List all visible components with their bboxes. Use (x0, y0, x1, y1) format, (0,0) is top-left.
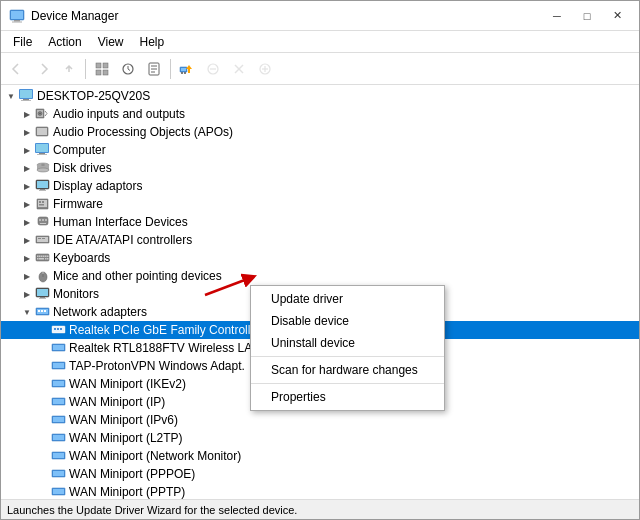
svg-rect-26 (23, 99, 29, 100)
tree-realtek-pcie-label: Realtek PCIe GbE Family Controll (69, 323, 250, 337)
tree-computer-label: Computer (53, 143, 106, 157)
menu-action[interactable]: Action (40, 31, 89, 52)
tree-network-label: Network adapters (53, 305, 147, 319)
context-menu-scan-hardware[interactable]: Scan for hardware changes (251, 359, 444, 381)
context-menu-uninstall-device[interactable]: Uninstall device (251, 332, 444, 354)
wan-l2tp-icon (51, 430, 67, 446)
hid-icon (35, 214, 51, 230)
tree-wan-ip-label: WAN Miniport (IP) (69, 395, 165, 409)
svg-line-33 (45, 114, 47, 117)
tree-computer-toggle[interactable]: ▶ (19, 142, 35, 158)
svg-rect-27 (21, 100, 31, 101)
context-menu-update-driver[interactable]: Update driver (251, 288, 444, 310)
svg-line-32 (45, 111, 47, 114)
tree-root-label: DESKTOP-25QV20S (37, 89, 150, 103)
tree-item-firmware[interactable]: ▶ Firmware (1, 195, 639, 213)
svg-rect-37 (36, 144, 48, 152)
svg-rect-79 (39, 298, 46, 299)
svg-rect-39 (37, 154, 47, 155)
toolbar-up-button[interactable] (57, 57, 81, 81)
menu-file[interactable]: File (5, 31, 40, 52)
display-icon (35, 178, 51, 194)
tree-item-display[interactable]: ▶ Display adaptors (1, 177, 639, 195)
wan-monitor-icon (51, 448, 67, 464)
svg-rect-95 (53, 381, 64, 386)
svg-point-55 (42, 219, 44, 221)
context-menu-disable-device[interactable]: Disable device (251, 310, 444, 332)
tree-root-toggle[interactable]: ▼ (3, 88, 19, 104)
svg-rect-63 (37, 256, 39, 258)
tree-audio-label: Audio inputs and outputs (53, 107, 185, 121)
tree-item-wan-pptp[interactable]: ▶ WAN Miniport (PPTP) (1, 483, 639, 499)
svg-rect-70 (39, 258, 44, 260)
tree-item-keyboards[interactable]: ▶ Keyboar (1, 249, 639, 267)
tree-item-wan-l2tp[interactable]: ▶ WAN Miniport (L2TP) (1, 429, 639, 447)
tree-keyboards-toggle[interactable]: ▶ (19, 250, 35, 266)
tree-item-ide[interactable]: ▶ IDE ATA/ATAPI controllers (1, 231, 639, 249)
tree-item-audio[interactable]: ▶ Audio inputs and outputs (1, 105, 639, 123)
tree-apo-toggle[interactable]: ▶ (19, 124, 35, 140)
realtek-pcie-icon (51, 322, 67, 338)
svg-rect-72 (47, 258, 49, 260)
toolbar-back-button[interactable] (5, 57, 29, 81)
tree-root[interactable]: ▼ DESKTOP-25QV20S (1, 87, 639, 105)
tree-monitors-toggle[interactable]: ▶ (19, 286, 35, 302)
tree-ide-label: IDE ATA/ATAPI controllers (53, 233, 192, 247)
svg-rect-4 (96, 63, 101, 68)
title-bar-controls: ─ □ ✕ (543, 6, 631, 26)
close-button[interactable]: ✕ (603, 6, 631, 26)
toolbar-disable-button[interactable] (201, 57, 225, 81)
tree-item-mice[interactable]: ▶ Mice and other pointing devices (1, 267, 639, 285)
tree-item-wan-ipv6[interactable]: ▶ WAN Miniport (IPv6) (1, 411, 639, 429)
tree-firmware-toggle[interactable]: ▶ (19, 196, 35, 212)
tree-audio-toggle[interactable]: ▶ (19, 106, 35, 122)
tree-item-disk[interactable]: ▶ Disk drives (1, 159, 639, 177)
monitors-icon (35, 286, 51, 302)
menu-help[interactable]: Help (132, 31, 173, 52)
svg-rect-88 (57, 328, 59, 330)
svg-rect-68 (47, 256, 49, 258)
tree-disk-toggle[interactable]: ▶ (19, 160, 35, 176)
svg-rect-105 (53, 471, 64, 476)
tree-disk-label: Disk drives (53, 161, 112, 175)
tree-item-wan-monitor[interactable]: ▶ WAN Miniport (Network Monitor) (1, 447, 639, 465)
wan-pppoe-icon (51, 466, 67, 482)
tree-item-hid[interactable]: ▶ Human Interface Devices (1, 213, 639, 231)
tree-display-toggle[interactable]: ▶ (19, 178, 35, 194)
svg-rect-14 (181, 68, 186, 71)
network-icon (35, 304, 51, 320)
computer-device-icon (35, 142, 51, 158)
svg-rect-62 (36, 254, 49, 261)
context-menu-properties[interactable]: Properties (251, 386, 444, 408)
toolbar-update-driver-button[interactable] (175, 57, 199, 81)
tree-display-label: Display adaptors (53, 179, 142, 193)
tree-mice-toggle[interactable]: ▶ (19, 268, 35, 284)
toolbar-properties-button[interactable] (142, 57, 166, 81)
svg-rect-50 (39, 201, 41, 203)
maximize-button[interactable]: □ (573, 6, 601, 26)
tree-hid-toggle[interactable]: ▶ (19, 214, 35, 230)
tree-wan-l2tp-label: WAN Miniport (L2TP) (69, 431, 183, 445)
svg-point-42 (37, 168, 49, 172)
svg-rect-3 (12, 21, 22, 22)
toolbar-forward-button[interactable] (31, 57, 55, 81)
toolbar-add-button[interactable] (253, 57, 277, 81)
svg-rect-66 (43, 256, 45, 258)
tree-item-computer[interactable]: ▶ Computer (1, 141, 639, 159)
toolbar-scan-button[interactable] (116, 57, 140, 81)
svg-point-43 (41, 164, 45, 166)
tree-ide-toggle[interactable]: ▶ (19, 232, 35, 248)
minimize-button[interactable]: ─ (543, 6, 571, 26)
context-menu: Update driver Disable device Uninstall d… (250, 285, 445, 411)
tree-item-wan-pppoe[interactable]: ▶ WAN Miniport (PPPOE) (1, 465, 639, 483)
tree-item-apo[interactable]: ▶ Audio Processing Objects (APOs) (1, 123, 639, 141)
menu-view[interactable]: View (90, 31, 132, 52)
toolbar-show-hidden-button[interactable] (90, 57, 114, 81)
toolbar-uninstall-button[interactable] (227, 57, 251, 81)
svg-rect-84 (44, 310, 46, 312)
svg-rect-25 (20, 90, 32, 98)
svg-point-16 (184, 72, 186, 74)
tree-network-toggle[interactable]: ▼ (19, 304, 35, 320)
keyboards-icon (35, 250, 51, 266)
toolbar (1, 53, 639, 85)
